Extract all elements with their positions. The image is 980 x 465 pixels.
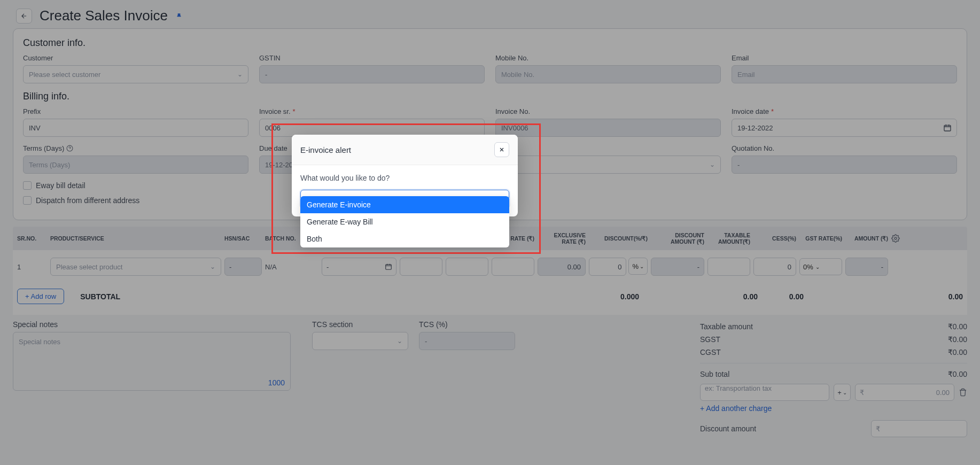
modal-title: E-invoice alert: [300, 145, 351, 154]
modal-question: What would you like to do?: [300, 174, 509, 182]
option-both[interactable]: Both: [300, 230, 509, 247]
modal-options-dropdown: Generate E-invoice Generate E-way Bill B…: [300, 196, 509, 247]
einvoice-alert-modal: E-invoice alert What would you like to d…: [292, 135, 518, 216]
close-icon: [499, 146, 505, 153]
option-generate-eway-bill[interactable]: Generate E-way Bill: [300, 213, 509, 230]
option-generate-einvoice[interactable]: Generate E-invoice: [300, 196, 509, 213]
modal-close-button[interactable]: [494, 142, 509, 157]
